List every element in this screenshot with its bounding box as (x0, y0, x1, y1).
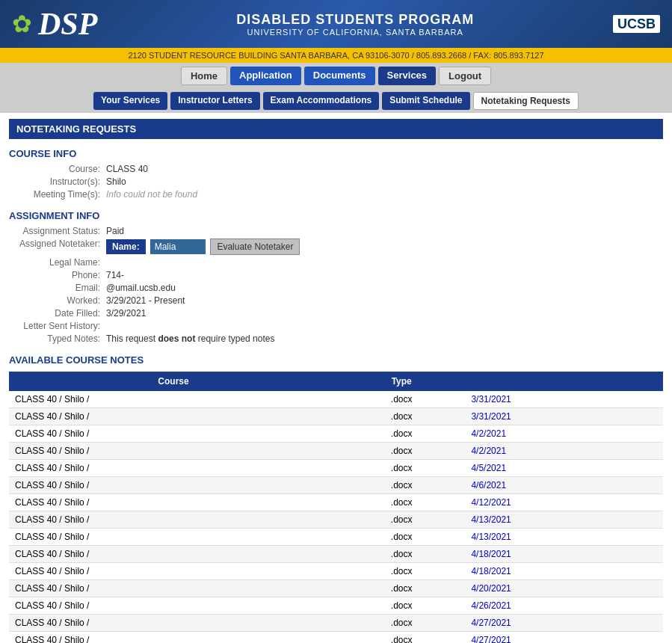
instructors-label: Instructor(s): (9, 176, 106, 187)
instructors-value: Shilo (106, 176, 126, 187)
table-row: CLASS 40 / Shilo /.docx4/13/2021 (9, 529, 663, 546)
phone-label: Phone: (9, 270, 106, 280)
cell-type: .docx (338, 597, 465, 615)
table-row: CLASS 40 / Shilo /.docx4/2/2021 (9, 443, 663, 460)
nav-logout[interactable]: Logout (439, 67, 491, 85)
cell-type: .docx (338, 615, 465, 632)
cell-type: .docx (338, 425, 465, 443)
page-section-header: NOTETAKING REQUESTS (9, 119, 663, 139)
cell-course: CLASS 40 / Shilo / (9, 425, 338, 443)
letter-sent-row: Letter Sent History: (9, 321, 663, 331)
table-row: CLASS 40 / Shilo /.docx3/31/2021 (9, 408, 663, 425)
email-row: Email: @umail.ucsb.edu (9, 283, 663, 293)
nav-documents[interactable]: Documents (304, 67, 375, 85)
worked-label: Worked: (9, 295, 106, 306)
typed-notes-suffix: require typed notes (195, 333, 274, 344)
subnav-exam-accommodations[interactable]: Exam Accommodations (263, 92, 380, 110)
typed-notes-bold: does not (158, 333, 195, 344)
assignment-info-title: ASSIGNMENT INFO (9, 210, 663, 221)
nav-home[interactable]: Home (181, 67, 227, 85)
available-notes-block: AVAILABLE COURSE NOTES Course Type CLASS… (9, 354, 663, 643)
cell-date[interactable]: 4/13/2021 (465, 529, 663, 546)
meeting-times-row: Meeting Time(s): Info could not be found (9, 189, 663, 200)
table-row: CLASS 40 / Shilo /.docx4/13/2021 (9, 511, 663, 529)
nav-application[interactable]: Application (230, 67, 301, 85)
cell-date[interactable]: 4/18/2021 (465, 563, 663, 580)
cell-type: .docx (338, 408, 465, 425)
course-info-title: COURSE INFO (9, 148, 663, 159)
meeting-times-label: Meeting Time(s): (9, 189, 106, 200)
instructors-row: Instructor(s): Shilo (9, 176, 663, 187)
typed-notes-prefix: This request (106, 333, 158, 344)
logo-leaf-icon: ✿ (12, 10, 32, 38)
cell-course: CLASS 40 / Shilo / (9, 477, 338, 494)
meeting-times-value: Info could not be found (106, 189, 197, 200)
date-filled-label: Date Filled: (9, 308, 106, 319)
table-row: CLASS 40 / Shilo /.docx3/31/2021 (9, 391, 663, 408)
assignment-status-row: Assignment Status: Paid (9, 226, 663, 236)
cell-course: CLASS 40 / Shilo / (9, 460, 338, 477)
evaluate-notetaker-button[interactable]: Evaluate Notetaker (210, 239, 300, 255)
cell-type: .docx (338, 511, 465, 529)
cell-course: CLASS 40 / Shilo / (9, 529, 338, 546)
subnav-submit-schedule[interactable]: Submit Schedule (382, 92, 469, 110)
notetaker-name-value: Malia (150, 239, 206, 254)
subnav-your-services[interactable]: Your Services (93, 92, 167, 110)
cell-date[interactable]: 4/6/2021 (465, 477, 663, 494)
cell-date[interactable]: 4/26/2021 (465, 597, 663, 615)
cell-type: .docx (338, 563, 465, 580)
nav-services[interactable]: Services (378, 67, 437, 85)
date-filled-value: 3/29/2021 (106, 308, 146, 319)
subnav-instructor-letters[interactable]: Instructor Letters (170, 92, 259, 110)
email-label: Email: (9, 283, 106, 293)
assignment-status-value: Paid (106, 226, 124, 236)
cell-date[interactable]: 4/2/2021 (465, 425, 663, 443)
course-value: CLASS 40 (106, 164, 148, 174)
assigned-notetaker-row: Assigned Notetaker: Name: Malia Evaluate… (9, 239, 663, 255)
letter-sent-label: Letter Sent History: (9, 321, 106, 331)
cell-date[interactable]: 3/31/2021 (465, 408, 663, 425)
cell-date[interactable]: 4/13/2021 (465, 511, 663, 529)
assignment-status-label: Assignment Status: (9, 226, 106, 236)
cell-course: CLASS 40 / Shilo / (9, 580, 338, 597)
cell-date[interactable]: 4/5/2021 (465, 460, 663, 477)
notes-table: Course Type CLASS 40 / Shilo /.docx3/31/… (9, 372, 663, 643)
phone-value: 714- (106, 270, 124, 280)
table-header-row: Course Type (9, 372, 663, 391)
subnav-notetaking-requests[interactable]: Notetaking Requests (473, 92, 579, 110)
cell-course: CLASS 40 / Shilo / (9, 563, 338, 580)
cell-date[interactable]: 4/20/2021 (465, 580, 663, 597)
main-title: DISABLED STUDENTS PROGRAM (236, 12, 474, 28)
address-bar: 2120 STUDENT RESOURCE BUILDING SANTA BAR… (0, 48, 672, 63)
cell-course: CLASS 40 / Shilo / (9, 597, 338, 615)
cell-date[interactable]: 4/27/2021 (465, 615, 663, 632)
cell-type: .docx (338, 546, 465, 563)
assignment-info-block: ASSIGNMENT INFO Assignment Status: Paid … (9, 210, 663, 344)
course-row: Course: CLASS 40 (9, 164, 663, 174)
main-nav: Home Application Documents Services Logo… (0, 63, 672, 89)
cell-type: .docx (338, 529, 465, 546)
cell-course: CLASS 40 / Shilo / (9, 615, 338, 632)
cell-type: .docx (338, 580, 465, 597)
col-date (465, 372, 663, 391)
cell-date[interactable]: 4/2/2021 (465, 443, 663, 460)
cell-date[interactable]: 4/27/2021 (465, 632, 663, 644)
cell-course: CLASS 40 / Shilo / (9, 494, 338, 511)
cell-date[interactable]: 4/12/2021 (465, 494, 663, 511)
ucsb-logo: UCSB (613, 16, 660, 32)
typed-notes-label: Typed Notes: (9, 333, 106, 344)
cell-type: .docx (338, 391, 465, 408)
cell-date[interactable]: 4/18/2021 (465, 546, 663, 563)
sub-title: UNIVERSITY OF CALIFORNIA, SANTA BARBARA (236, 28, 474, 37)
table-row: CLASS 40 / Shilo /.docx4/27/2021 (9, 615, 663, 632)
table-row: CLASS 40 / Shilo /.docx4/2/2021 (9, 425, 663, 443)
course-info-block: COURSE INFO Course: CLASS 40 Instructor(… (9, 148, 663, 200)
cell-course: CLASS 40 / Shilo / (9, 546, 338, 563)
legal-name-label: Legal Name: (9, 257, 106, 268)
typed-notes-row: Typed Notes: This request does not requi… (9, 333, 663, 344)
col-course: Course (9, 372, 338, 391)
logo-dsp-text: DSP (38, 6, 97, 42)
cell-type: .docx (338, 443, 465, 460)
cell-date[interactable]: 3/31/2021 (465, 391, 663, 408)
typed-notes-value: This request does not require typed note… (106, 333, 274, 344)
